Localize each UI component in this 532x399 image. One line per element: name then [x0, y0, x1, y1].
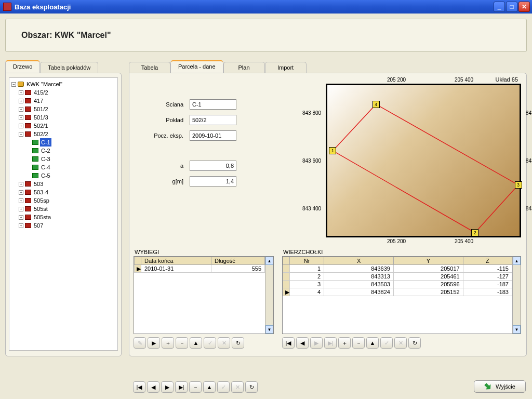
tree-item[interactable]: +503 [10, 180, 116, 188]
ytick-1r: 843 800 [526, 110, 532, 116]
nav-first-icon[interactable]: |◀ [133, 381, 145, 393]
tree-root[interactable]: −KWK "Marcel" [10, 80, 116, 88]
nav-plus-icon[interactable]: ＋ [338, 337, 351, 349]
nav-up-icon[interactable]: ▲ [203, 381, 216, 393]
tree-item[interactable]: +417 [10, 97, 116, 105]
titlebar: Baza eksploatacji _ □ ✕ [0, 0, 532, 14]
scroll-up-icon[interactable]: ▲ [265, 257, 273, 265]
nav-last-icon[interactable]: ▶| [175, 381, 188, 393]
input-sciana[interactable] [190, 99, 236, 110]
xtick-2b: 205 400 [455, 238, 473, 244]
nav-check-icon[interactable]: ✓ [204, 337, 216, 349]
input-gm[interactable] [190, 176, 236, 187]
tree-item[interactable]: +501/2 [10, 105, 116, 113]
plot-area: Układ 65 205 200 205 400 205 200 205 400… [326, 76, 521, 237]
ytick-1: 843 800 [302, 110, 321, 116]
nav-check-icon[interactable]: ✓ [217, 381, 230, 393]
scroll-down-icon[interactable]: ▼ [265, 325, 273, 334]
plot-vertex: 4 [373, 101, 380, 108]
form-area: Sciana Pokład Pocz. eksp. a [137, 94, 272, 192]
plot-vertex: 1 [329, 147, 336, 154]
scroll-down-icon[interactable]: ▼ [513, 325, 521, 334]
input-poklad[interactable] [190, 115, 236, 125]
nav-first-icon[interactable]: ✎ [134, 337, 146, 349]
tree-item[interactable]: +507 [10, 221, 116, 230]
tree-item[interactable]: +502/1 [10, 122, 116, 130]
label-sciana: Sciana [137, 101, 183, 108]
tree-item[interactable]: +505st [10, 205, 116, 213]
right-tabset: Tabela Parcela - dane Plan Import [129, 60, 527, 73]
scrollbar[interactable]: ▲ ▼ [265, 257, 273, 334]
exit-button[interactable]: Wyjście [474, 380, 526, 393]
nav-plus-icon[interactable]: ＋ [162, 337, 174, 349]
tree-item[interactable]: C-2 [10, 147, 116, 155]
client-area: Obszar: KWK "Marcel" Drzewo Tabela pokła… [0, 14, 532, 399]
nav-cancel-icon[interactable]: ✕ [218, 337, 230, 349]
scroll-up-icon[interactable]: ▲ [513, 257, 521, 265]
wierz-label: WIERZCHOŁKI [283, 249, 521, 255]
nav-first-icon[interactable]: |◀ [282, 337, 295, 349]
exit-label: Wyjście [496, 383, 515, 390]
nav-next-icon[interactable]: ▶ [161, 381, 174, 393]
tree-item[interactable]: −502/2 [10, 130, 116, 138]
wierz-grid[interactable]: NrXYZ1843639205017-1152843313205461-1273… [282, 256, 521, 334]
nav-cancel-icon[interactable]: ✕ [231, 381, 244, 393]
nav-refresh-icon[interactable]: ↻ [408, 337, 421, 349]
nav-check-icon[interactable]: ✓ [380, 337, 393, 349]
tree-item[interactable]: +501/3 [10, 113, 116, 122]
tab-plan[interactable]: Plan [223, 62, 265, 73]
tree-item[interactable]: +503-4 [10, 188, 116, 196]
app-icon [3, 3, 11, 11]
tree-item[interactable]: +505sta [10, 213, 116, 221]
bottom-nav: |◀ ◀ ▶ ▶| － ▲ ✓ ✕ ↻ [133, 378, 258, 393]
plot-vertex: 3 [515, 181, 522, 189]
tab-tabela-pokladow[interactable]: Tabela pokładów [40, 62, 98, 73]
tab-parcela-dane[interactable]: Parcela - dane [170, 60, 223, 73]
nav-prev-icon[interactable]: ◀ [296, 337, 309, 349]
maximize-button[interactable]: □ [506, 2, 517, 12]
wybiegi-nav: ✎ ▶ ＋ － ▲ ✓ ✕ ↻ [134, 337, 274, 349]
banner: Obszar: KWK "Marcel" [5, 19, 527, 52]
nav-last-icon[interactable]: ▶| [324, 337, 337, 349]
exit-icon [483, 381, 493, 392]
xtick-1b: 205 200 [387, 238, 406, 244]
ytick-3r: 843 400 [526, 206, 532, 211]
label-poklad: Pokład [137, 117, 183, 123]
label-a: a [137, 163, 183, 169]
wybiegi-label: WYBIEGI [135, 249, 274, 255]
nav-minus-icon[interactable]: － [176, 337, 188, 349]
tab-tabela[interactable]: Tabela [129, 62, 170, 73]
nav-up-icon[interactable]: ▲ [190, 337, 202, 349]
wybiegi-grid[interactable]: Data końcaDługość▶2010-01-31555 ▲ ▼ [134, 256, 274, 334]
nav-next-icon[interactable]: ▶ [310, 337, 323, 349]
tree-view[interactable]: −KWK "Marcel"+415/2+417+501/2+501/3+502/… [9, 77, 118, 351]
nav-refresh-icon[interactable]: ↻ [232, 337, 244, 349]
input-a[interactable] [190, 161, 236, 171]
minimize-button[interactable]: _ [494, 2, 505, 12]
tree-item[interactable]: +415/2 [10, 88, 116, 97]
right-panel: Tabela Parcela - dane Plan Import Sciana… [129, 60, 527, 356]
close-button[interactable]: ✕ [518, 2, 530, 12]
tab-drzewo[interactable]: Drzewo [5, 60, 40, 73]
nav-refresh-icon[interactable]: ↻ [245, 381, 258, 393]
wierz-nav: |◀ ◀ ▶ ▶| ＋ － ▲ ✓ ✕ ↻ [282, 337, 521, 349]
nav-minus-icon[interactable]: － [189, 381, 202, 393]
left-tabset: Drzewo Tabela pokładów [5, 60, 122, 73]
nav-up-icon[interactable]: ▲ [366, 337, 379, 349]
tree-item[interactable]: C-5 [10, 171, 116, 180]
nav-minus-icon[interactable]: － [352, 337, 365, 349]
tree-item[interactable]: C-4 [10, 163, 116, 171]
nav-play-icon[interactable]: ▶ [148, 337, 160, 349]
ytick-2r: 843 600 [526, 158, 532, 164]
plot-vertex: 2 [471, 229, 478, 236]
input-pocz[interactable] [190, 130, 236, 141]
tab-import[interactable]: Import [265, 62, 307, 73]
tree-item[interactable]: +505sp [10, 196, 116, 205]
tree-item[interactable]: C-1 [10, 138, 116, 147]
tree-item[interactable]: C-3 [10, 155, 116, 163]
ytick-2: 843 600 [302, 158, 321, 164]
nav-cancel-icon[interactable]: ✕ [394, 337, 407, 349]
nav-prev-icon[interactable]: ◀ [147, 381, 159, 393]
label-gm: g[m] [137, 178, 183, 184]
scrollbar[interactable]: ▲ ▼ [512, 257, 521, 334]
